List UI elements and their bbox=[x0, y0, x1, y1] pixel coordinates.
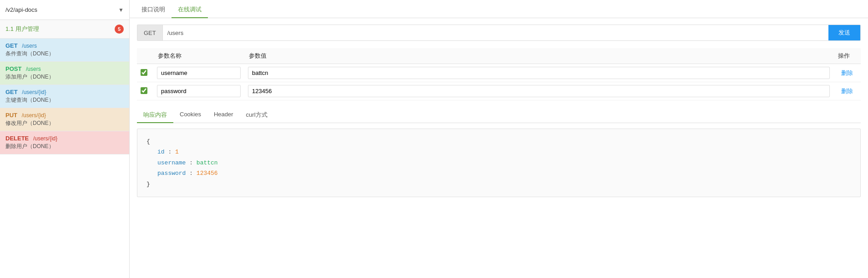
json-password-value: 123456 bbox=[197, 170, 218, 177]
api-item-get-users-id[interactable]: GET /users/{id} 主键查询（DONE） bbox=[0, 85, 129, 108]
response-body: { id : 1 username : battcn password : 12… bbox=[137, 129, 861, 197]
api-item-put-users-id[interactable]: PUT /users/{id} 修改用户（DONE） bbox=[0, 108, 129, 131]
content-area: GET 发送 参数名称 参数值 操作 bbox=[130, 18, 868, 278]
param-name-username bbox=[153, 64, 244, 82]
sidebar-section-label: 1.1 用户管理 bbox=[5, 25, 115, 33]
response-tabs: 响应内容 Cookies Header curl方式 bbox=[137, 108, 861, 123]
sidebar-badge: 5 bbox=[115, 25, 124, 34]
api-desc-post-users: 添加用户（DONE） bbox=[5, 73, 124, 81]
col-header-name: 参数名称 bbox=[153, 48, 244, 64]
sidebar-section-user-management[interactable]: 1.1 用户管理 5 bbox=[0, 20, 129, 39]
params-table: 参数名称 参数值 操作 删除 bbox=[137, 48, 861, 100]
json-password-key: password bbox=[157, 170, 186, 177]
json-username-value: battcn bbox=[197, 159, 218, 166]
api-desc-delete-users-id: 删除用户（DONE） bbox=[5, 143, 124, 150]
param-action-password: 删除 bbox=[833, 82, 861, 100]
param-name-input-username[interactable] bbox=[157, 67, 241, 79]
param-value-username bbox=[244, 64, 833, 82]
params-table-header: 参数名称 参数值 操作 bbox=[137, 48, 861, 64]
api-desc-get-users-id: 主键查询（DONE） bbox=[5, 96, 124, 104]
send-button[interactable]: 发送 bbox=[828, 25, 860, 40]
api-method-delete: DELETE bbox=[5, 135, 29, 142]
resp-tab-curl[interactable]: curl方式 bbox=[240, 108, 274, 123]
api-method-get-id: GET bbox=[5, 89, 18, 95]
param-action-username: 删除 bbox=[833, 64, 861, 82]
url-bar: GET 发送 bbox=[137, 25, 861, 41]
api-path-delete-users-id: /users/{id} bbox=[33, 135, 57, 142]
param-name-input-password[interactable] bbox=[157, 85, 241, 97]
api-item-delete-users-id[interactable]: DELETE /users/{id} 删除用户（DONE） bbox=[0, 131, 129, 154]
param-value-password bbox=[244, 82, 833, 100]
json-open-brace: { bbox=[146, 138, 150, 145]
param-value-input-username[interactable] bbox=[248, 67, 830, 79]
url-path-input[interactable] bbox=[163, 30, 828, 36]
col-header-check bbox=[137, 48, 153, 64]
resp-tab-cookies[interactable]: Cookies bbox=[173, 108, 207, 123]
api-method-post: POST bbox=[5, 65, 21, 72]
api-desc-put-users-id: 修改用户（DONE） bbox=[5, 119, 124, 127]
tab-online-debug[interactable]: 在线调试 bbox=[172, 2, 208, 18]
param-value-input-password[interactable] bbox=[248, 85, 830, 97]
param-check-username bbox=[137, 64, 153, 82]
api-method-get: GET bbox=[5, 42, 18, 49]
col-header-value: 参数值 bbox=[244, 48, 833, 64]
api-desc-get-users: 条件查询（DONE） bbox=[5, 50, 124, 58]
json-id-key: id bbox=[157, 149, 165, 155]
resp-tab-header[interactable]: Header bbox=[207, 108, 240, 123]
table-row: 删除 bbox=[137, 64, 861, 82]
json-close-brace: } bbox=[146, 181, 150, 188]
json-id-value: 1 bbox=[175, 149, 179, 155]
api-path-get-users: /users bbox=[22, 43, 37, 49]
delete-password-link[interactable]: 删除 bbox=[841, 88, 853, 94]
col-header-action: 操作 bbox=[833, 48, 861, 64]
api-item-get-users[interactable]: GET /users 条件查询（DONE） bbox=[0, 39, 129, 62]
param-check-password bbox=[137, 82, 153, 100]
main-content: 接口说明 在线调试 GET 发送 参数名称 参数值 操作 bbox=[130, 0, 868, 278]
main-tabs: 接口说明 在线调试 bbox=[130, 0, 868, 18]
delete-username-link[interactable]: 删除 bbox=[841, 70, 853, 76]
sidebar-header[interactable]: /v2/api-docs ▼ bbox=[0, 0, 129, 20]
resp-tab-content[interactable]: 响应内容 bbox=[137, 108, 173, 123]
sidebar-arrow-icon: ▼ bbox=[118, 7, 124, 13]
response-section: 响应内容 Cookies Header curl方式 { id : 1 user… bbox=[137, 108, 861, 197]
json-id-colon: : bbox=[168, 149, 175, 155]
api-method-put: PUT bbox=[5, 112, 17, 119]
api-item-post-users[interactable]: POST /users 添加用户（DONE） bbox=[0, 62, 129, 85]
json-password-colon: : bbox=[189, 170, 197, 177]
json-username-colon: : bbox=[189, 159, 197, 166]
json-username-key: username bbox=[157, 159, 186, 166]
api-path-post-users: /users bbox=[26, 66, 41, 72]
param-checkbox-password[interactable] bbox=[141, 87, 147, 94]
param-checkbox-username[interactable] bbox=[141, 69, 147, 76]
param-name-password bbox=[153, 82, 244, 100]
tab-api-description[interactable]: 接口说明 bbox=[135, 2, 172, 18]
sidebar-api-version: /v2/api-docs bbox=[5, 6, 37, 13]
table-row: 删除 bbox=[137, 82, 861, 100]
url-method-label: GET bbox=[137, 25, 163, 40]
sidebar: /v2/api-docs ▼ 1.1 用户管理 5 GET /users 条件查… bbox=[0, 0, 130, 278]
api-path-get-users-id: /users/{id} bbox=[22, 89, 46, 95]
api-path-put-users-id: /users/{id} bbox=[22, 112, 46, 119]
